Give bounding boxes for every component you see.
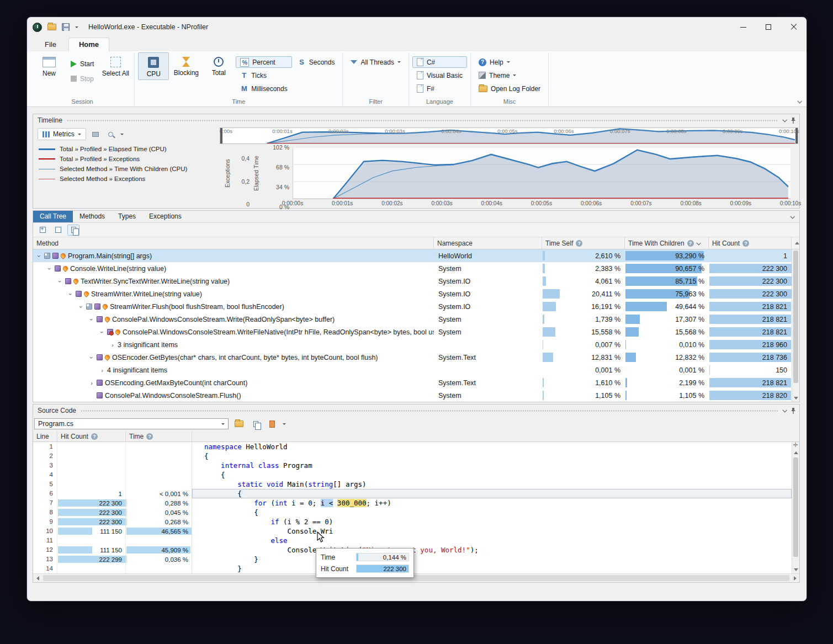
metrics-dropdown[interactable]: Metrics — [38, 128, 86, 140]
copy-icon-button[interactable] — [250, 418, 262, 429]
start-button[interactable]: Start — [66, 58, 98, 70]
tab-call-tree[interactable]: Call Tree — [33, 211, 73, 222]
column-header-hit-count[interactable]: Hit Count — [709, 237, 792, 249]
code-line[interactable]: static void Main(string[] args) — [192, 480, 792, 489]
expander-icon[interactable]: › — [88, 355, 95, 360]
open-file-icon-button[interactable] — [233, 418, 245, 429]
column-header-method[interactable]: Method — [33, 237, 434, 249]
code-line[interactable]: { — [192, 508, 792, 517]
scroll-right-arrow[interactable] — [791, 574, 799, 582]
column-header-hit-count[interactable]: Hit Count — [57, 431, 126, 441]
tab-methods[interactable]: Methods — [73, 211, 112, 222]
source-line-row[interactable]: 5 static void Main(string[] args) — [33, 480, 792, 489]
source-line-row[interactable]: 7222 3000,288 % for (int i = 0; i < 300_… — [33, 498, 792, 508]
scrollbar-thumb[interactable] — [793, 251, 798, 383]
pin-icon[interactable] — [790, 117, 796, 124]
collapse-ribbon-button[interactable] — [797, 99, 802, 103]
collapse-panel-icon[interactable] — [782, 118, 787, 122]
csharp-toggle-button[interactable]: C# — [412, 56, 467, 68]
expander-icon[interactable]: › — [57, 279, 63, 284]
save-icon[interactable] — [62, 23, 70, 31]
code-line[interactable]: Console.WriteLine("Nice to meet you, Wor… — [192, 545, 792, 555]
expander-icon[interactable]: › — [36, 253, 43, 259]
visual-basic-toggle-button[interactable]: Visual Basic — [412, 70, 467, 81]
expander-icon[interactable]: › — [46, 266, 53, 272]
column-header-time[interactable]: Time — [126, 431, 192, 441]
panel-drag-handle[interactable] — [81, 410, 778, 412]
seconds-toggle-button[interactable]: SSeconds — [294, 56, 339, 68]
source-horizontal-scrollbar[interactable] — [33, 573, 799, 582]
collapse-panel-icon[interactable] — [782, 408, 787, 412]
column-header-time-self[interactable]: Time Self — [542, 237, 625, 249]
source-vertical-scrollbar[interactable]: ✛ — [792, 442, 799, 573]
select-all-button[interactable]: Select All — [100, 52, 131, 79]
table-row[interactable]: ›Program.Main(string[] args)HelloWorld2,… — [33, 249, 792, 262]
code-line[interactable]: Console.Wri — [192, 526, 792, 536]
milliseconds-toggle-button[interactable]: MMilliseconds — [236, 83, 291, 94]
cpu-toggle-button[interactable]: CPU — [138, 52, 169, 80]
open-session-icon[interactable] — [47, 24, 56, 30]
scrollbar-thumb[interactable] — [43, 575, 789, 581]
scroll-down-arrow[interactable] — [792, 566, 800, 573]
file-selector-dropdown[interactable]: Program.cs — [34, 418, 229, 429]
selection-handle-right[interactable] — [795, 128, 798, 143]
expander-icon[interactable]: › — [99, 367, 105, 374]
code-line[interactable]: { — [192, 489, 792, 498]
code-line[interactable]: } — [192, 564, 792, 573]
source-line-row[interactable]: 61< 0,001 % { — [33, 489, 792, 498]
source-line-row[interactable]: 8222 3000,045 % { — [33, 508, 792, 517]
table-row[interactable]: ›3 insignificant items0,007 %0,010 %218 … — [33, 338, 792, 351]
minimize-button[interactable] — [730, 17, 756, 37]
code-line[interactable]: if (i % 2 == 0) — [192, 517, 792, 526]
scroll-left-arrow[interactable] — [34, 574, 41, 582]
expander-icon[interactable]: › — [67, 291, 74, 297]
table-row[interactable]: ›OSEncoder.GetBytes(char* chars, int cha… — [33, 351, 792, 364]
source-line-row[interactable]: 10111 15046,565 % Console.Wri — [33, 526, 792, 536]
timeline-overview-strip[interactable]: 0:00s0:00:01s0:00:02s0:00:03s0:00:04s0:0… — [220, 127, 798, 144]
column-header-namespace[interactable]: Namespace — [434, 237, 542, 249]
selection-handle-left[interactable] — [220, 128, 222, 143]
expander-icon[interactable]: › — [89, 380, 94, 386]
table-row[interactable]: ›TextWriter.SyncTextWriter.WriteLine(str… — [33, 275, 792, 288]
open-log-folder-button[interactable]: Open Log Folder — [474, 83, 545, 94]
chart-plot-area[interactable] — [293, 147, 790, 199]
source-line-row[interactable]: 1namespace HelloWorld — [33, 442, 792, 451]
stop-button[interactable]: Stop — [66, 73, 98, 84]
ticks-toggle-button[interactable]: TTicks — [236, 70, 291, 81]
new-button[interactable]: New — [34, 52, 65, 79]
code-line[interactable]: } — [192, 555, 792, 564]
blocking-toggle-button[interactable]: Blocking — [171, 52, 201, 79]
column-header-time-with-children[interactable]: Time With Children — [625, 237, 709, 249]
code-line[interactable]: internal class Program — [192, 461, 792, 470]
scroll-up-arrow[interactable] — [792, 449, 800, 456]
total-toggle-button[interactable]: Total — [203, 52, 234, 79]
table-row[interactable]: ›StreamWriter.Flush(bool flushStream, bo… — [33, 300, 792, 313]
theme-dropdown[interactable]: Theme — [474, 70, 545, 81]
tab-types[interactable]: Types — [112, 211, 142, 222]
table-row[interactable]: ›4 insignificant items0,001 %0,001 %150 — [33, 364, 792, 376]
code-line[interactable]: { — [192, 470, 792, 480]
source-overflow-caret-icon[interactable] — [283, 423, 286, 425]
table-row[interactable]: ›ConsolePal.WindowsConsoleStream.WriteFi… — [33, 326, 792, 338]
all-threads-dropdown[interactable]: All Threads — [346, 56, 405, 68]
table-row[interactable]: ›StreamWriter.WriteLine(string value)Sys… — [33, 288, 792, 300]
expand-node-button[interactable] — [36, 225, 49, 236]
splitter-grip-icon[interactable]: ✛ — [792, 441, 799, 449]
quick-access-caret-icon[interactable] — [75, 26, 78, 28]
percent-toggle-button[interactable]: %Percent — [236, 56, 291, 68]
scrollbar-th umb[interactable] — [793, 457, 798, 557]
panel-drag-handle[interactable] — [67, 120, 778, 121]
code-line[interactable]: for (int i = 0; i < 300_000; i++) — [192, 498, 792, 508]
source-line-row[interactable]: 3 internal class Program — [33, 461, 792, 470]
code-line[interactable]: namespace HelloWorld — [192, 442, 792, 451]
tab-home[interactable]: Home — [68, 38, 109, 51]
calltree-vertical-scrollbar[interactable] — [792, 249, 799, 402]
expander-icon[interactable]: › — [110, 342, 115, 348]
expander-icon[interactable]: › — [88, 317, 95, 322]
calltree-panel-chevron[interactable] — [790, 211, 799, 222]
source-line-row[interactable]: 11 else — [33, 536, 792, 545]
timeline-overflow-caret-icon[interactable] — [120, 134, 124, 135]
source-line-row[interactable]: 2{ — [33, 451, 792, 461]
maximize-button[interactable] — [756, 17, 781, 37]
tab-exceptions[interactable]: Exceptions — [142, 211, 188, 222]
